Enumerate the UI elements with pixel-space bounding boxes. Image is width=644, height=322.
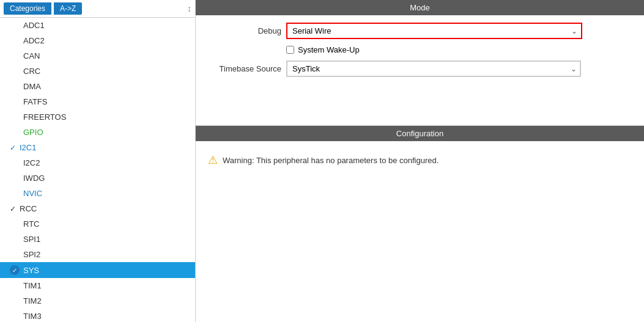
sidebar-item-label: ADC1 <box>23 21 45 30</box>
sidebar-item-label: SPI2 <box>23 250 40 259</box>
sidebar-item-adc1[interactable]: ADC1 <box>0 18 195 33</box>
timebase-select-wrapper: SysTick TIM1 TIM2 ⌄ <box>286 60 581 77</box>
sidebar-item-fatfs[interactable]: FATFS <box>0 94 195 109</box>
debug-field-row: Debug Serial Wire No Debug JTAG (5 pins)… <box>208 23 632 39</box>
sidebar-item-tim3[interactable]: TIM3 <box>0 309 195 322</box>
sidebar-item-tim1[interactable]: TIM1 <box>0 278 195 293</box>
mode-section-body: Debug Serial Wire No Debug JTAG (5 pins)… <box>196 15 644 125</box>
sidebar-item-label: FREERTOS <box>23 112 66 122</box>
sidebar-item-label: TIM2 <box>23 296 42 306</box>
sidebar-item-label: TIM3 <box>23 312 42 321</box>
sidebar-item-rcc[interactable]: ✓RCC <box>0 201 195 216</box>
sidebar-item-i2c2[interactable]: I2C2 <box>0 155 195 170</box>
sidebar-item-label: ADC2 <box>23 36 45 45</box>
sidebar-item-spi1[interactable]: SPI1 <box>0 232 195 247</box>
debug-label: Debug <box>208 26 281 35</box>
sidebar-item-rtc[interactable]: RTC <box>0 216 195 232</box>
system-wakeup-row: System Wake-Up <box>286 45 632 54</box>
warning-row: ⚠ Warning: This peripheral has no parame… <box>208 153 632 167</box>
mode-section: Mode Debug Serial Wire No Debug JTAG (5 … <box>196 0 644 126</box>
debug-select-wrapper: Serial Wire No Debug JTAG (5 pins) JTAG … <box>286 23 582 39</box>
main-content: Mode Debug Serial Wire No Debug JTAG (5 … <box>196 0 644 322</box>
checkmark-icon: ✓ <box>10 144 16 152</box>
timebase-select[interactable]: SysTick TIM1 TIM2 <box>287 61 580 76</box>
sidebar-item-label: I2C2 <box>23 158 40 167</box>
sidebar-item-label: TIM1 <box>23 281 42 290</box>
mode-section-header: Mode <box>196 0 644 15</box>
timebase-label: Timebase Source <box>208 64 281 73</box>
sidebar-item-label: FATFS <box>23 97 47 106</box>
sidebar-item-sys[interactable]: ✓SYS <box>0 262 195 278</box>
sidebar-item-freertos[interactable]: FREERTOS <box>0 109 195 125</box>
tab-az[interactable]: A->Z <box>54 2 82 15</box>
sidebar-item-tim2[interactable]: TIM2 <box>0 293 195 309</box>
checkmark-circle-icon: ✓ <box>10 265 20 275</box>
sidebar-item-label: DMA <box>23 82 41 91</box>
sidebar-item-label: SYS <box>23 266 39 275</box>
sidebar: Categories A->Z ↕ ADC1ADC2CANCRCDMAFATFS… <box>0 0 196 322</box>
sidebar-item-iwdg[interactable]: IWDG <box>0 170 195 186</box>
sidebar-item-adc2[interactable]: ADC2 <box>0 33 195 48</box>
tab-categories[interactable]: Categories <box>4 2 51 15</box>
sidebar-item-crc[interactable]: CRC <box>0 64 195 79</box>
sort-icon[interactable]: ↕ <box>187 4 191 13</box>
sidebar-list: ADC1ADC2CANCRCDMAFATFSFREERTOSGPIO✓I2C1I… <box>0 18 195 322</box>
sidebar-item-label: I2C1 <box>20 143 36 152</box>
warning-text: Warning: This peripheral has no paramete… <box>223 156 439 165</box>
sidebar-item-can[interactable]: CAN <box>0 48 195 64</box>
debug-select[interactable]: Serial Wire No Debug JTAG (5 pins) JTAG … <box>287 24 581 38</box>
config-section-header: Configuration <box>196 126 644 141</box>
sidebar-item-gpio[interactable]: GPIO <box>0 125 195 140</box>
sidebar-item-spi2[interactable]: SPI2 <box>0 247 195 262</box>
sidebar-item-label: RTC <box>23 219 39 229</box>
sidebar-header: Categories A->Z ↕ <box>0 0 195 18</box>
config-section: Configuration ⚠ Warning: This peripheral… <box>196 126 644 322</box>
warning-icon: ⚠ <box>208 153 218 167</box>
sidebar-item-label: SPI1 <box>23 235 40 244</box>
system-wakeup-checkbox[interactable] <box>286 46 294 54</box>
config-section-body: ⚠ Warning: This peripheral has no parame… <box>196 141 644 322</box>
sidebar-item-label: NVIC <box>23 189 42 198</box>
sidebar-item-label: IWDG <box>23 174 45 183</box>
checkmark-icon: ✓ <box>10 205 16 213</box>
sidebar-item-label: RCC <box>20 204 37 213</box>
sidebar-item-dma[interactable]: DMA <box>0 79 195 94</box>
sidebar-item-nvic[interactable]: NVIC <box>0 186 195 201</box>
system-wakeup-label[interactable]: System Wake-Up <box>298 45 360 54</box>
sidebar-item-label: CRC <box>23 67 40 76</box>
sidebar-item-label: CAN <box>23 51 40 60</box>
sidebar-item-i2c1[interactable]: ✓I2C1 <box>0 140 195 155</box>
timebase-field-row: Timebase Source SysTick TIM1 TIM2 ⌄ <box>208 60 632 77</box>
sidebar-item-label: GPIO <box>23 128 43 137</box>
